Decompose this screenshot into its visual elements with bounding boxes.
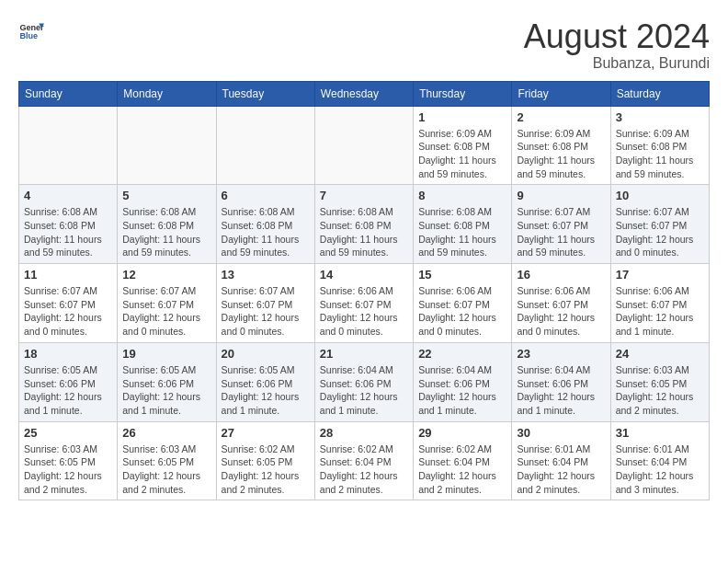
day-info: Sunrise: 6:03 AMSunset: 6:05 PMDaylight:… bbox=[24, 442, 112, 497]
title-block: August 2024 Bubanza, Burundi bbox=[524, 18, 710, 72]
day-info: Sunrise: 6:01 AMSunset: 6:04 PMDaylight:… bbox=[517, 442, 605, 497]
month-year-title: August 2024 bbox=[524, 18, 710, 55]
day-number: 26 bbox=[122, 426, 210, 440]
calendar-cell: 3Sunrise: 6:09 AMSunset: 6:08 PMDaylight… bbox=[610, 106, 709, 185]
day-number: 27 bbox=[222, 426, 310, 440]
calendar-cell: 4Sunrise: 6:08 AMSunset: 6:08 PMDaylight… bbox=[19, 185, 118, 264]
calendar-cell: 16Sunrise: 6:06 AMSunset: 6:07 PMDayligh… bbox=[512, 264, 610, 343]
calendar-cell: 17Sunrise: 6:06 AMSunset: 6:07 PMDayligh… bbox=[610, 264, 709, 343]
day-info: Sunrise: 6:05 AMSunset: 6:06 PMDaylight:… bbox=[222, 363, 310, 418]
day-number: 1 bbox=[418, 110, 506, 124]
weekday-header: Sunday bbox=[19, 81, 118, 106]
calendar-cell: 27Sunrise: 6:02 AMSunset: 6:05 PMDayligh… bbox=[216, 421, 314, 500]
day-number: 22 bbox=[418, 347, 506, 361]
calendar-week-row: 4Sunrise: 6:08 AMSunset: 6:08 PMDaylight… bbox=[19, 185, 710, 264]
logo: General Blue bbox=[18, 18, 44, 44]
calendar-cell: 9Sunrise: 6:07 AMSunset: 6:07 PMDaylight… bbox=[512, 185, 610, 264]
day-number: 30 bbox=[517, 426, 605, 440]
day-number: 7 bbox=[320, 189, 408, 202]
weekday-header: Wednesday bbox=[314, 81, 413, 106]
day-info: Sunrise: 6:02 AMSunset: 6:04 PMDaylight:… bbox=[418, 442, 506, 497]
day-info: Sunrise: 6:02 AMSunset: 6:04 PMDaylight:… bbox=[320, 442, 408, 497]
day-info: Sunrise: 6:04 AMSunset: 6:06 PMDaylight:… bbox=[418, 363, 506, 418]
day-info: Sunrise: 6:09 AMSunset: 6:08 PMDaylight:… bbox=[517, 127, 605, 181]
day-info: Sunrise: 6:08 AMSunset: 6:08 PMDaylight:… bbox=[418, 205, 506, 259]
calendar-cell: 14Sunrise: 6:06 AMSunset: 6:07 PMDayligh… bbox=[314, 264, 413, 343]
calendar-cell bbox=[19, 106, 118, 185]
day-number: 4 bbox=[24, 189, 112, 202]
calendar-week-row: 25Sunrise: 6:03 AMSunset: 6:05 PMDayligh… bbox=[19, 421, 710, 500]
day-number: 13 bbox=[222, 268, 310, 282]
day-number: 21 bbox=[320, 347, 408, 361]
calendar-cell: 20Sunrise: 6:05 AMSunset: 6:06 PMDayligh… bbox=[216, 342, 314, 421]
day-info: Sunrise: 6:07 AMSunset: 6:07 PMDaylight:… bbox=[24, 284, 112, 339]
day-info: Sunrise: 6:03 AMSunset: 6:05 PMDaylight:… bbox=[616, 363, 704, 418]
day-info: Sunrise: 6:04 AMSunset: 6:06 PMDaylight:… bbox=[320, 363, 408, 418]
calendar-cell: 23Sunrise: 6:04 AMSunset: 6:06 PMDayligh… bbox=[512, 342, 610, 421]
day-number: 5 bbox=[122, 189, 210, 202]
calendar-header-row: SundayMondayTuesdayWednesdayThursdayFrid… bbox=[19, 81, 710, 106]
calendar-cell: 18Sunrise: 6:05 AMSunset: 6:06 PMDayligh… bbox=[19, 342, 118, 421]
day-number: 31 bbox=[616, 426, 704, 440]
day-info: Sunrise: 6:09 AMSunset: 6:08 PMDaylight:… bbox=[616, 127, 704, 181]
day-info: Sunrise: 6:09 AMSunset: 6:08 PMDaylight:… bbox=[418, 127, 506, 181]
calendar-cell: 31Sunrise: 6:01 AMSunset: 6:04 PMDayligh… bbox=[610, 421, 709, 500]
weekday-header: Thursday bbox=[414, 81, 512, 106]
day-info: Sunrise: 6:07 AMSunset: 6:07 PMDaylight:… bbox=[222, 284, 310, 339]
calendar-cell: 19Sunrise: 6:05 AMSunset: 6:06 PMDayligh… bbox=[118, 342, 216, 421]
day-number: 24 bbox=[616, 347, 704, 361]
calendar-cell bbox=[118, 106, 216, 185]
day-number: 25 bbox=[24, 426, 112, 440]
day-info: Sunrise: 6:01 AMSunset: 6:04 PMDaylight:… bbox=[616, 442, 704, 497]
day-info: Sunrise: 6:02 AMSunset: 6:05 PMDaylight:… bbox=[222, 442, 310, 497]
calendar-week-row: 18Sunrise: 6:05 AMSunset: 6:06 PMDayligh… bbox=[19, 342, 710, 421]
day-info: Sunrise: 6:08 AMSunset: 6:08 PMDaylight:… bbox=[320, 205, 408, 259]
calendar-cell bbox=[314, 106, 413, 185]
day-info: Sunrise: 6:03 AMSunset: 6:05 PMDaylight:… bbox=[122, 442, 210, 497]
day-info: Sunrise: 6:05 AMSunset: 6:06 PMDaylight:… bbox=[122, 363, 210, 418]
calendar-cell: 2Sunrise: 6:09 AMSunset: 6:08 PMDaylight… bbox=[512, 106, 610, 185]
day-number: 12 bbox=[122, 268, 210, 282]
day-info: Sunrise: 6:06 AMSunset: 6:07 PMDaylight:… bbox=[616, 284, 704, 339]
weekday-header: Friday bbox=[512, 81, 610, 106]
calendar-cell: 21Sunrise: 6:04 AMSunset: 6:06 PMDayligh… bbox=[314, 342, 413, 421]
day-number: 2 bbox=[517, 110, 605, 124]
calendar-cell: 6Sunrise: 6:08 AMSunset: 6:08 PMDaylight… bbox=[216, 185, 314, 264]
day-info: Sunrise: 6:08 AMSunset: 6:08 PMDaylight:… bbox=[222, 205, 310, 259]
day-info: Sunrise: 6:07 AMSunset: 6:07 PMDaylight:… bbox=[616, 205, 704, 259]
calendar-cell: 24Sunrise: 6:03 AMSunset: 6:05 PMDayligh… bbox=[610, 342, 709, 421]
location-subtitle: Bubanza, Burundi bbox=[524, 55, 710, 72]
calendar-cell: 15Sunrise: 6:06 AMSunset: 6:07 PMDayligh… bbox=[414, 264, 512, 343]
day-info: Sunrise: 6:07 AMSunset: 6:07 PMDaylight:… bbox=[122, 284, 210, 339]
calendar-cell: 10Sunrise: 6:07 AMSunset: 6:07 PMDayligh… bbox=[610, 185, 709, 264]
day-info: Sunrise: 6:08 AMSunset: 6:08 PMDaylight:… bbox=[24, 205, 112, 259]
calendar-cell: 12Sunrise: 6:07 AMSunset: 6:07 PMDayligh… bbox=[118, 264, 216, 343]
calendar-cell: 30Sunrise: 6:01 AMSunset: 6:04 PMDayligh… bbox=[512, 421, 610, 500]
calendar-week-row: 1Sunrise: 6:09 AMSunset: 6:08 PMDaylight… bbox=[19, 106, 710, 185]
day-info: Sunrise: 6:08 AMSunset: 6:08 PMDaylight:… bbox=[122, 205, 210, 259]
calendar-cell: 8Sunrise: 6:08 AMSunset: 6:08 PMDaylight… bbox=[414, 185, 512, 264]
day-info: Sunrise: 6:06 AMSunset: 6:07 PMDaylight:… bbox=[418, 284, 506, 339]
calendar-table: SundayMondayTuesdayWednesdayThursdayFrid… bbox=[18, 81, 710, 501]
calendar-cell: 26Sunrise: 6:03 AMSunset: 6:05 PMDayligh… bbox=[118, 421, 216, 500]
calendar-cell: 22Sunrise: 6:04 AMSunset: 6:06 PMDayligh… bbox=[414, 342, 512, 421]
svg-text:Blue: Blue bbox=[19, 31, 38, 40]
calendar-cell: 29Sunrise: 6:02 AMSunset: 6:04 PMDayligh… bbox=[414, 421, 512, 500]
calendar-cell: 28Sunrise: 6:02 AMSunset: 6:04 PMDayligh… bbox=[314, 421, 413, 500]
day-number: 14 bbox=[320, 268, 408, 282]
day-info: Sunrise: 6:06 AMSunset: 6:07 PMDaylight:… bbox=[320, 284, 408, 339]
calendar-cell: 11Sunrise: 6:07 AMSunset: 6:07 PMDayligh… bbox=[19, 264, 118, 343]
day-number: 18 bbox=[24, 347, 112, 361]
day-number: 23 bbox=[517, 347, 605, 361]
day-number: 6 bbox=[222, 189, 310, 202]
day-number: 16 bbox=[517, 268, 605, 282]
logo-icon: General Blue bbox=[18, 18, 44, 44]
day-number: 11 bbox=[24, 268, 112, 282]
weekday-header: Tuesday bbox=[216, 81, 314, 106]
day-info: Sunrise: 6:07 AMSunset: 6:07 PMDaylight:… bbox=[517, 205, 605, 259]
day-number: 3 bbox=[616, 110, 704, 124]
weekday-header: Saturday bbox=[610, 81, 709, 106]
day-info: Sunrise: 6:06 AMSunset: 6:07 PMDaylight:… bbox=[517, 284, 605, 339]
day-number: 19 bbox=[122, 347, 210, 361]
calendar-cell: 25Sunrise: 6:03 AMSunset: 6:05 PMDayligh… bbox=[19, 421, 118, 500]
